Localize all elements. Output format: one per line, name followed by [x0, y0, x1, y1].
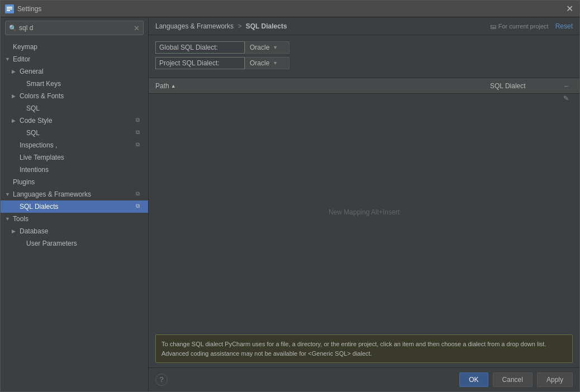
global-dialect-label: Global SQL Dialect: — [155, 41, 245, 54]
sidebar-item-editor[interactable]: ▼ Editor — [1, 53, 148, 65]
path-col-label: Path — [155, 82, 169, 90]
project-dialect-row: Project SQL Dialect: Oracle ▼ — [155, 56, 573, 70]
copy-icon: ⧉ — [136, 190, 144, 198]
dialect-config: Global SQL Dialect: Oracle ▼ Project SQL… — [149, 35, 579, 78]
info-bar: To change SQL dialect PyCharm uses for a… — [155, 334, 573, 363]
sidebar-item-label: Keymap — [13, 43, 144, 51]
dropdown-arrow-icon: ▼ — [273, 45, 278, 50]
project-icon: 🖴 — [490, 23, 496, 30]
sidebar-item-live-templates[interactable]: Live Templates — [1, 151, 148, 164]
sidebar-item-label: Intentions — [20, 166, 144, 174]
breadcrumb-part-2: SQL Dialects — [246, 22, 287, 30]
sidebar-item-label: Tools — [13, 215, 144, 223]
svg-rect-2 — [7, 8, 12, 9]
sidebar-item-label: Live Templates — [20, 154, 144, 161]
copy-icon: ⧉ — [136, 141, 144, 149]
main-panel: Languages & Frameworks > SQL Dialects 🖴 … — [149, 17, 579, 391]
sidebar-item-label: Database — [20, 227, 144, 235]
copy-icon: ⧉ — [136, 117, 144, 125]
settings-window: Settings ✕ 🔍 ✕ Keymap ▼ Editor — [0, 0, 580, 392]
window-title: Settings — [17, 5, 564, 13]
expand-arrow: ▼ — [5, 192, 12, 197]
expand-arrow: ▶ — [12, 228, 18, 234]
sidebar-item-smart-keys[interactable]: Smart Keys — [1, 78, 148, 90]
copy-icon: ⧉ — [136, 203, 144, 211]
search-icon: 🔍 — [9, 25, 17, 32]
ok-button[interactable]: OK — [459, 372, 488, 387]
table-col-path: Path ▲ — [155, 82, 490, 90]
project-badge: 🖴 For current project — [490, 23, 549, 30]
project-dialect-label: Project SQL Dialect: — [155, 57, 245, 69]
sidebar-item-code-style-sql[interactable]: SQL ⧉ — [1, 127, 148, 139]
sidebar-item-intentions[interactable]: Intentions — [1, 164, 148, 176]
sidebar-item-label: Colors & Fonts — [20, 92, 144, 100]
empty-table-message: New Mapping Alt+Insert — [329, 208, 400, 216]
content-area: 🔍 ✕ Keymap ▼ Editor ▶ General — [1, 17, 579, 391]
search-box[interactable]: 🔍 ✕ — [5, 21, 144, 35]
table-header: Path ▲ SQL Dialect + − ✎ — [149, 78, 579, 94]
sidebar-item-database[interactable]: ▶ Database — [1, 225, 148, 237]
sidebar-item-label: Plugins — [13, 178, 144, 186]
sidebar-item-general[interactable]: ▶ General — [1, 65, 148, 78]
expand-arrow: ▼ — [5, 56, 12, 62]
sidebar-item-label: General — [20, 68, 144, 75]
sidebar-item-label: Editor — [13, 55, 144, 63]
sort-asc-icon: ▲ — [171, 83, 176, 89]
bottom-buttons: ? OK Cancel Apply — [149, 367, 579, 391]
global-dialect-value: Oracle — [250, 44, 269, 51]
add-mapping-button[interactable]: + — [559, 78, 573, 79]
table-col-dialect: SQL Dialect — [490, 82, 557, 90]
project-dialect-value: Oracle — [250, 59, 269, 67]
help-label: ? — [160, 376, 164, 384]
app-icon — [5, 4, 14, 13]
sidebar-item-languages-frameworks[interactable]: ▼ Languages & Frameworks ⧉ — [1, 188, 148, 200]
global-dialect-row: Global SQL Dialect: Oracle ▼ — [155, 41, 573, 54]
remove-mapping-button[interactable]: − — [559, 80, 573, 92]
sidebar-item-label: User Parameters — [26, 240, 144, 247]
sidebar-item-tools[interactable]: ▼ Tools — [1, 213, 148, 225]
sidebar-item-label: SQL — [26, 104, 144, 112]
sidebar-item-plugins[interactable]: Plugins — [1, 176, 148, 188]
global-dialect-dropdown[interactable]: Oracle ▼ — [245, 41, 289, 54]
breadcrumb: Languages & Frameworks > SQL Dialects — [155, 22, 490, 30]
expand-arrow: ▶ — [12, 93, 18, 99]
sidebar-item-label: Inspections , — [20, 141, 134, 149]
tree-area: Keymap ▼ Editor ▶ General Smart Keys ▶ C… — [1, 39, 148, 391]
expand-arrow: ▶ — [12, 69, 18, 74]
expand-arrow: ▶ — [12, 118, 18, 123]
sidebar-item-code-style[interactable]: ▶ Code Style ⧉ — [1, 114, 148, 127]
sidebar-item-label: Languages & Frameworks — [13, 190, 134, 198]
help-button[interactable]: ? — [155, 374, 168, 386]
sidebar-item-user-parameters[interactable]: User Parameters — [1, 237, 148, 250]
project-badge-text: For current project — [498, 23, 549, 30]
sidebar-item-label: SQL Dialects — [20, 203, 134, 211]
panel-header: Languages & Frameworks > SQL Dialects 🖴 … — [149, 17, 579, 35]
sidebar: 🔍 ✕ Keymap ▼ Editor ▶ General — [1, 17, 149, 391]
sidebar-item-label: Smart Keys — [26, 80, 144, 88]
sidebar-item-keymap[interactable]: Keymap — [1, 41, 148, 53]
sidebar-item-sql-dialects[interactable]: SQL Dialects ⧉ — [1, 200, 148, 213]
search-clear-button[interactable]: ✕ — [134, 24, 140, 32]
title-bar: Settings ✕ — [1, 1, 579, 17]
close-button[interactable]: ✕ — [564, 3, 575, 15]
search-input[interactable] — [19, 24, 134, 32]
sidebar-item-colors-fonts-sql[interactable]: SQL — [1, 102, 148, 114]
table-body: New Mapping Alt+Insert — [149, 94, 579, 330]
sidebar-item-label: SQL — [26, 129, 134, 137]
expand-arrow: ▼ — [5, 216, 12, 222]
breadcrumb-part-1: Languages & Frameworks — [155, 22, 234, 30]
svg-rect-1 — [7, 7, 12, 8]
cancel-button[interactable]: Cancel — [493, 372, 533, 387]
project-dialect-dropdown[interactable]: Oracle ▼ — [245, 57, 289, 69]
breadcrumb-separator: > — [237, 22, 243, 30]
info-text: To change SQL dialect PyCharm uses for a… — [161, 341, 546, 357]
reset-button[interactable]: Reset — [555, 22, 573, 30]
sidebar-item-colors-fonts[interactable]: ▶ Colors & Fonts — [1, 90, 148, 102]
dropdown-arrow-icon: ▼ — [273, 60, 278, 66]
sidebar-item-inspections[interactable]: Inspections , ⧉ — [1, 139, 148, 151]
sidebar-item-label: Code Style — [20, 117, 135, 125]
svg-rect-3 — [7, 10, 10, 11]
apply-button[interactable]: Apply — [537, 372, 573, 387]
copy-icon: ⧉ — [136, 129, 144, 137]
